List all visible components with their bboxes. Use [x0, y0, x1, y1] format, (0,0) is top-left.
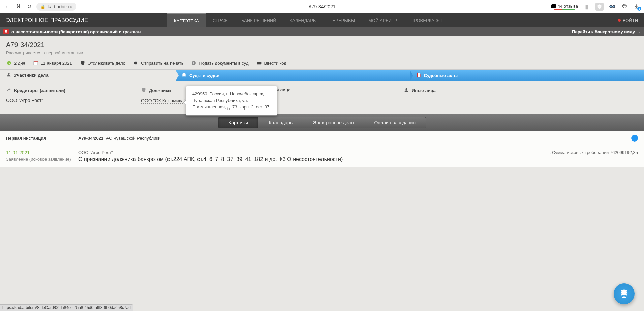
- reload-button[interactable]: ↻: [26, 3, 32, 10]
- tab-participants[interactable]: Участники дела: [0, 70, 175, 81]
- instance-title: Первая инстанция: [6, 136, 78, 141]
- case-status: Рассматривается в первой инстанции: [6, 50, 638, 55]
- svg-point-13: [258, 63, 258, 63]
- tab-title: А79-34/2021: [308, 4, 335, 9]
- svg-rect-19: [634, 138, 636, 138]
- case-number: А79-34/2021: [6, 41, 638, 49]
- tooltip-text: 429950, Россия, г. Новочебоксарск, Чуваш…: [192, 91, 269, 110]
- entry-date: 11.01.2021: [6, 150, 78, 155]
- login-button[interactable]: ВОЙТИ: [612, 18, 644, 23]
- shield-icon: [141, 87, 146, 94]
- nav-check-ep[interactable]: ПРОВЕРКА ЭП: [404, 13, 449, 27]
- case-entry-row[interactable]: 11.01.2021 Заявление (исковое заявление)…: [0, 145, 644, 167]
- nav-bank[interactable]: БАНК РЕШЕНИЙ: [235, 13, 283, 27]
- plus-circle-icon: [191, 60, 197, 66]
- date-label: 11 января 2021: [41, 61, 72, 66]
- entry-sum: . Сумма исковых требований 762099192,35: [550, 150, 638, 162]
- subtab-online[interactable]: Онлайн-заседания: [364, 117, 426, 128]
- yandex-button[interactable]: Я: [15, 3, 22, 10]
- reviews-button[interactable]: 44 отзыва: [551, 4, 578, 10]
- bankruptcy-banner: Б о несостоятельности (банкротстве) орга…: [0, 27, 644, 36]
- back-button[interactable]: ←: [4, 3, 11, 10]
- nav-breaks[interactable]: ПЕРЕРЫВЫ: [323, 13, 362, 27]
- collapse-button[interactable]: [631, 135, 638, 142]
- calendar-icon: [33, 60, 39, 66]
- address-bar[interactable]: 🔒 kad.arbitr.ru: [36, 3, 76, 11]
- creditor-name[interactable]: ООО "Агро Рост": [6, 98, 141, 103]
- keyboard-icon: [256, 60, 262, 66]
- bankruptcy-icon: Б: [3, 29, 9, 34]
- shield-icon: [80, 60, 86, 66]
- subtab-ecase[interactable]: Электронное дело: [303, 117, 364, 128]
- duration-label: 2 дня: [14, 61, 25, 66]
- instance-case-number: А79-34/2021: [78, 136, 103, 141]
- nav-calendar[interactable]: КАЛЕНДАРЬ: [283, 13, 323, 27]
- submit-docs-button[interactable]: Подать документы в суд: [191, 60, 248, 66]
- court-icon: [181, 72, 187, 79]
- track-button[interactable]: Отслеживать дело: [80, 60, 125, 66]
- main-nav: ЭЛЕКТРОННОЕ ПРАВОСУДИЕ КАРТОТЕКА СТРАЖ Б…: [0, 13, 644, 27]
- parties-panel: Кредиторы (заявители) ООО "Агро Рост" До…: [0, 81, 644, 114]
- case-header: А79-34/2021 Рассматривается в первой инс…: [0, 36, 644, 58]
- tab-participants-label: Участники дела: [14, 73, 48, 78]
- speech-icon: [551, 4, 556, 8]
- nav-kartoteka[interactable]: КАРТОТЕКА: [167, 13, 206, 27]
- banner-link-text: Перейти к банкротному виду: [572, 29, 635, 34]
- entry-subject: О признании должника банкротом (ст.224 А…: [78, 156, 550, 162]
- svg-rect-10: [135, 64, 136, 65]
- svg-point-4: [624, 4, 625, 5]
- arrow-right-icon: →: [636, 29, 641, 34]
- entry-party: ООО "Агро Рост": [78, 150, 550, 155]
- printer-icon: [133, 60, 139, 66]
- svg-rect-9: [135, 61, 136, 62]
- enter-code-button[interactable]: Ввести код: [256, 60, 286, 66]
- third-parties-column: етьи лица: [269, 87, 404, 104]
- banner-text: о несостоятельности (банкротстве) органи…: [11, 29, 141, 34]
- tab-acts-label: Судебные акты: [424, 73, 458, 78]
- instance-case-link[interactable]: А79-34/2021 АС Чувашской Республики: [78, 136, 160, 141]
- duration-info: 2 дня: [6, 60, 25, 66]
- print-button[interactable]: Отправить на печать: [133, 60, 183, 66]
- tab-courts[interactable]: Суды и судьи: [175, 70, 410, 81]
- nav-strazh[interactable]: СТРАЖ: [206, 13, 235, 27]
- shield-icon[interactable]: [595, 3, 604, 11]
- site-logo[interactable]: ЭЛЕКТРОННОЕ ПРАВОСУДИЕ: [0, 17, 94, 23]
- creditors-title: Кредиторы (заявители): [14, 88, 65, 93]
- subtabs-bar: Карточки Календарь Электронное дело Онла…: [0, 114, 644, 131]
- reviews-count: 44 отзыва: [558, 4, 578, 9]
- debtor-name[interactable]: ООО "СК Керамика": [141, 98, 185, 104]
- nav-myarbitr[interactable]: МОЙ АРБИТР: [362, 13, 404, 27]
- entry-type: Заявление (исковое заявление): [6, 157, 78, 162]
- login-status-dot: [618, 19, 621, 22]
- reviews-rating-bar: [554, 9, 575, 10]
- svg-point-2: [610, 6, 612, 7]
- other-parties-title: Иные лица: [412, 88, 436, 93]
- login-label: ВОЙТИ: [623, 18, 638, 23]
- address-tooltip: 429950, Россия, г. Новочебоксарск, Чуваш…: [186, 86, 277, 116]
- action-bar: 2 дня 11 января 2021 Отслеживать дело От…: [0, 58, 644, 70]
- extensions-icon[interactable]: [621, 3, 628, 10]
- url-text: kad.arbitr.ru: [48, 4, 72, 9]
- subtab-cards[interactable]: Карточки: [218, 117, 258, 128]
- clock-icon: [6, 60, 12, 66]
- submit-label: Подать документы в суд: [199, 61, 248, 66]
- code-label: Ввести код: [264, 61, 286, 66]
- instance-header: Первая инстанция А79-34/2021 АС Чувашско…: [0, 131, 644, 145]
- subtab-calendar[interactable]: Календарь: [258, 117, 303, 128]
- print-label: Отправить на печать: [141, 61, 183, 66]
- lock-icon: 🔒: [40, 4, 45, 9]
- debtors-title: Должники: [149, 88, 171, 93]
- track-label: Отслеживать дело: [88, 61, 125, 66]
- other-parties-column: Иные лица: [404, 87, 638, 104]
- svg-rect-7: [34, 61, 38, 62]
- svg-point-15: [259, 63, 260, 63]
- svg-point-16: [8, 73, 9, 75]
- bookmark-icon[interactable]: ▮: [583, 3, 590, 10]
- browser-toolbar: ← Я ↻ 🔒 kad.arbitr.ru А79-34/2021 44 отз…: [0, 0, 644, 13]
- bankruptcy-view-link[interactable]: Перейти к банкротному виду →: [572, 29, 641, 34]
- binoculars-icon[interactable]: [609, 3, 616, 10]
- svg-point-3: [613, 6, 614, 7]
- tab-acts[interactable]: Судебные акты: [410, 70, 644, 81]
- downloads-icon[interactable]: 1: [633, 3, 640, 10]
- instance-court: АС Чувашской Республики: [106, 136, 161, 141]
